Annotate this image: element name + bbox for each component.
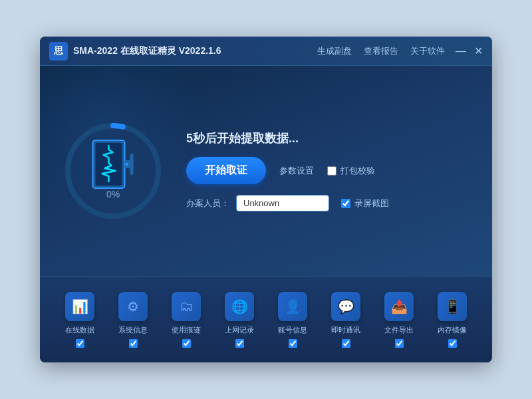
circle-center: 0% xyxy=(86,143,140,200)
file-export-label: 文件导出 xyxy=(384,325,414,335)
nav-create-backup[interactable]: 生成副盘 xyxy=(317,45,352,57)
web-record-check-container xyxy=(235,339,244,348)
nav-about[interactable]: 关于软件 xyxy=(410,45,445,57)
usage-trace-check-container xyxy=(182,339,191,348)
system-info-label: 系统信息 xyxy=(118,325,148,335)
officer-row: 办案人员： 录屏截图 xyxy=(186,195,472,211)
titlebar-nav: 生成副盘 查看报告 关于软件 xyxy=(317,45,445,57)
usage-trace-label: 使用痕迹 xyxy=(172,325,201,335)
system-info-checkbox[interactable] xyxy=(129,339,138,348)
web-record-checkbox[interactable] xyxy=(235,339,244,348)
bottom-item-web-record[interactable]: 🌐上网记录 xyxy=(225,292,254,348)
bottom-item-account-info[interactable]: 👤账号信息 xyxy=(278,292,307,348)
window-controls: — ✕ xyxy=(456,46,483,57)
screenshot-label: 录屏截图 xyxy=(354,198,389,209)
usage-trace-icon: 🗂 xyxy=(172,292,201,321)
nav-view-report[interactable]: 查看报告 xyxy=(364,45,398,57)
package-check-label: 打包校验 xyxy=(340,165,375,177)
main-area: 0% 5秒后开始提取数据... 开始取证 参数设置 打包校验 办案人员： 录屏截… xyxy=(40,66,492,276)
im-chat-checkbox[interactable] xyxy=(342,339,350,348)
svg-point-6 xyxy=(126,163,128,166)
action-row: 开始取证 参数设置 打包校验 xyxy=(186,157,472,184)
online-data-check-container xyxy=(76,339,84,348)
usage-trace-checkbox[interactable] xyxy=(182,339,191,348)
account-info-label: 账号信息 xyxy=(278,325,307,335)
account-info-icon: 👤 xyxy=(278,292,307,321)
start-button[interactable]: 开始取证 xyxy=(186,157,266,184)
file-export-icon: 📤 xyxy=(384,292,414,321)
web-record-label: 上网记录 xyxy=(225,325,254,335)
countdown-text: 5秒后开始提取数据... xyxy=(186,130,472,146)
bottom-item-system-info[interactable]: ⚙系统信息 xyxy=(118,292,148,348)
app-logo: 思 xyxy=(49,42,68,61)
im-chat-check-container xyxy=(342,339,350,348)
officer-label: 办案人员： xyxy=(186,198,229,209)
im-chat-label: 即时通讯 xyxy=(331,325,360,335)
right-panel: 5秒后开始提取数据... 开始取证 参数设置 打包校验 办案人员： 录屏截图 xyxy=(186,130,472,211)
bottom-item-memory-image[interactable]: 📱内存镜像 xyxy=(438,292,467,348)
screenshot-group: 录屏截图 xyxy=(341,198,389,209)
system-info-check-container xyxy=(129,339,138,348)
account-info-checkbox[interactable] xyxy=(289,339,297,348)
package-check-checkbox[interactable] xyxy=(327,166,336,176)
bottom-item-file-export[interactable]: 📤文件导出 xyxy=(384,292,414,348)
online-data-icon: 📊 xyxy=(65,292,94,321)
web-record-icon: 🌐 xyxy=(225,292,254,321)
bottom-item-online-data[interactable]: 📊在线数据 xyxy=(65,292,94,348)
system-info-icon: ⚙ xyxy=(118,292,148,321)
bottom-item-im-chat[interactable]: 💬即时通讯 xyxy=(331,292,360,348)
progress-circle: 0% xyxy=(60,118,166,224)
bottom-bar: 📊在线数据⚙系统信息🗂使用痕迹🌐上网记录👤账号信息💬即时通讯📤文件导出📱内存镜像 xyxy=(40,276,492,362)
memory-image-checkbox[interactable] xyxy=(448,339,457,348)
file-export-check-container xyxy=(395,339,404,348)
svg-rect-5 xyxy=(130,154,134,175)
minimize-button[interactable]: — xyxy=(456,46,466,57)
screenshot-checkbox[interactable] xyxy=(341,199,350,208)
memory-image-label: 内存镜像 xyxy=(438,325,467,335)
memory-image-icon: 📱 xyxy=(438,292,467,321)
package-check-group: 打包校验 xyxy=(327,165,375,177)
close-button[interactable]: ✕ xyxy=(474,46,483,57)
params-label[interactable]: 参数设置 xyxy=(279,165,314,177)
bottom-item-usage-trace[interactable]: 🗂使用痕迹 xyxy=(172,292,201,348)
account-info-check-container xyxy=(289,339,297,348)
officer-input[interactable] xyxy=(236,195,329,211)
window-title: SMA-2022 在线取证精灵 V2022.1.6 xyxy=(73,45,317,57)
main-window: 思 SMA-2022 在线取证精灵 V2022.1.6 生成副盘 查看报告 关于… xyxy=(40,37,492,362)
online-data-label: 在线数据 xyxy=(65,325,94,335)
memory-image-check-container xyxy=(448,339,457,348)
im-chat-icon: 💬 xyxy=(331,292,360,321)
online-data-checkbox[interactable] xyxy=(76,339,84,348)
file-export-checkbox[interactable] xyxy=(395,339,404,348)
monitor-icon xyxy=(92,138,135,191)
titlebar: 思 SMA-2022 在线取证精灵 V2022.1.6 生成副盘 查看报告 关于… xyxy=(40,37,492,66)
